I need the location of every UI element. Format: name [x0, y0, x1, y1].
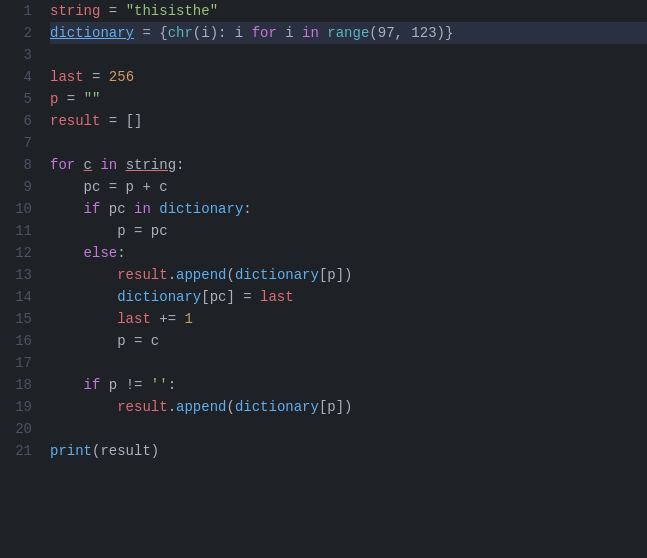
token: string	[50, 0, 100, 22]
token: c	[84, 154, 92, 176]
token: pc	[109, 198, 134, 220]
token: =	[58, 88, 83, 110]
token: ''	[151, 374, 168, 396]
token: (	[226, 396, 234, 418]
line-num-2: 2	[0, 22, 32, 44]
token: = []	[100, 110, 142, 132]
line-num-3: 3	[0, 44, 32, 66]
token: if	[84, 374, 109, 396]
code-line-9: pc = p + c	[50, 176, 647, 198]
line-num-14: 14	[0, 286, 32, 308]
code-line-2: dictionary = {chr(i): i for i in range(9…	[50, 22, 647, 44]
token: pc = p + c	[50, 176, 168, 198]
line-num-6: 6	[0, 110, 32, 132]
code-content[interactable]: string = "thisisthe" dictionary = {chr(i…	[42, 0, 647, 558]
token: =	[84, 66, 109, 88]
token: dictionary	[159, 198, 243, 220]
code-line-12: ▽ else:	[50, 242, 647, 264]
code-line-7	[50, 132, 647, 154]
token: append	[176, 264, 226, 286]
code-line-19: result.append(dictionary[p])	[50, 396, 647, 418]
code-line-20	[50, 418, 647, 440]
line-num-13: 13	[0, 264, 32, 286]
token: in	[302, 22, 319, 44]
token: if	[84, 198, 109, 220]
token	[50, 374, 84, 396]
code-line-18: if p != '':	[50, 374, 647, 396]
token: p = c	[50, 330, 159, 352]
code-line-1: string = "thisisthe"	[50, 0, 647, 22]
token	[50, 242, 84, 264]
line-numbers: 1 2 3 4 5 6 7 8 9 10 11 12 13 14 15 16 1…	[0, 0, 42, 558]
line-num-8: 8	[0, 154, 32, 176]
code-line-11: p = pc	[50, 220, 647, 242]
token: result	[50, 110, 100, 132]
line-num-21: 21	[0, 440, 32, 462]
line-num-16: 16	[0, 330, 32, 352]
token: [p])	[319, 264, 353, 286]
token: range	[327, 22, 369, 44]
code-line-14: dictionary[pc] = last	[50, 286, 647, 308]
token: for	[252, 22, 277, 44]
token: dictionary	[50, 22, 134, 44]
token: 1	[184, 308, 192, 330]
token: = {	[134, 22, 168, 44]
code-line-16: △ p = c	[50, 330, 647, 352]
token: .	[168, 396, 176, 418]
line-num-5: 5	[0, 88, 32, 110]
token: in	[92, 154, 126, 176]
token: string	[126, 154, 176, 176]
line-num-17: 17	[0, 352, 32, 374]
token: .	[168, 264, 176, 286]
code-line-17	[50, 352, 647, 374]
token: 256	[109, 66, 134, 88]
token: last	[117, 308, 151, 330]
line-num-18: 18	[0, 374, 32, 396]
token	[50, 286, 117, 308]
token: append	[176, 396, 226, 418]
code-line-6: result = []	[50, 110, 647, 132]
line-num-1: 1	[0, 0, 32, 22]
token	[319, 22, 327, 44]
line-num-11: 11	[0, 220, 32, 242]
line-num-9: 9	[0, 176, 32, 198]
token: chr	[168, 22, 193, 44]
token: last	[260, 286, 294, 308]
token: in	[134, 198, 159, 220]
token: (	[226, 264, 234, 286]
token: [pc] =	[201, 286, 260, 308]
code-line-4: last = 256	[50, 66, 647, 88]
code-line-13: result.append(dictionary[p])	[50, 264, 647, 286]
line-num-10: 10	[0, 198, 32, 220]
token: :	[243, 198, 251, 220]
token: print	[50, 440, 92, 462]
code-editor: 1 2 3 4 5 6 7 8 9 10 11 12 13 14 15 16 1…	[0, 0, 647, 558]
token: else	[84, 242, 118, 264]
token: +=	[151, 308, 185, 330]
token: p = pc	[50, 220, 168, 242]
line-num-4: 4	[0, 66, 32, 88]
token: result	[117, 396, 167, 418]
token: for	[50, 154, 84, 176]
line-num-12: 12	[0, 242, 32, 264]
code-line-5: p = ""	[50, 88, 647, 110]
token: i	[277, 22, 302, 44]
line-num-19: 19	[0, 396, 32, 418]
token: :	[117, 242, 125, 264]
token	[50, 264, 117, 286]
token: ""	[84, 88, 101, 110]
token: dictionary	[117, 286, 201, 308]
token: p !=	[109, 374, 151, 396]
token: (result)	[92, 440, 159, 462]
token: (97, 123)}	[369, 22, 453, 44]
token: "thisisthe"	[126, 0, 218, 22]
token: last	[50, 66, 84, 88]
code-line-3	[50, 44, 647, 66]
code-line-15: last += 1	[50, 308, 647, 330]
code-line-21: print(result)	[50, 440, 647, 462]
code-line-8: ▽ for c in string:	[50, 154, 647, 176]
line-num-15: 15	[0, 308, 32, 330]
token: dictionary	[235, 264, 319, 286]
token	[50, 396, 117, 418]
token: result	[117, 264, 167, 286]
